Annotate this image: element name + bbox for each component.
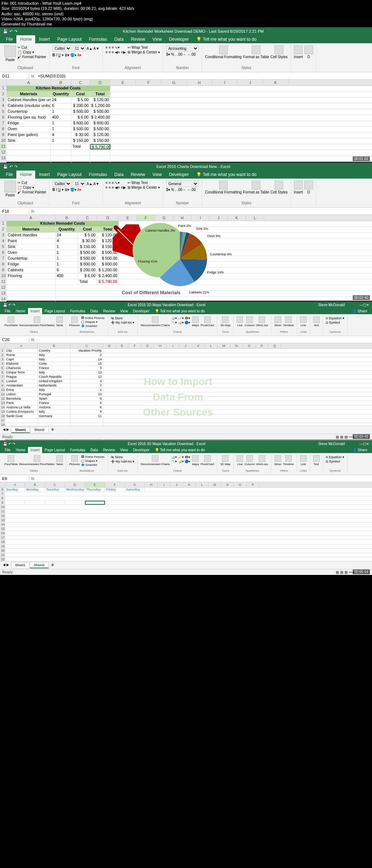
- tab-data[interactable]: Data: [111, 35, 127, 43]
- tab-developer[interactable]: Developer: [165, 35, 193, 43]
- tab-insert[interactable]: Insert: [35, 171, 53, 179]
- align-mid-icon[interactable]: ≡: [109, 45, 111, 49]
- number-format-select[interactable]: Accounting: [166, 45, 199, 52]
- pictures-button[interactable]: Pictures: [69, 316, 80, 327]
- align-top-icon[interactable]: ≡: [106, 45, 108, 49]
- currency-icon[interactable]: $▾: [166, 52, 170, 56]
- tab-page[interactable]: Page Layout: [53, 171, 85, 179]
- cond-format-button[interactable]: Conditional Formatting: [205, 45, 242, 59]
- tell-me[interactable]: 💡 Tell me what you want to do: [193, 171, 260, 179]
- close-icon[interactable]: ✕: [366, 303, 369, 307]
- delete-cells-button[interactable]: D: [304, 45, 313, 59]
- align-left-icon[interactable]: ≡: [106, 50, 108, 54]
- tab-view[interactable]: View: [149, 35, 166, 43]
- label-oven: Oven 9%: [207, 234, 221, 238]
- watermark-text: How to ImportData FromOther Sources: [124, 374, 232, 420]
- tab-review[interactable]: Review: [127, 35, 149, 43]
- maps-button[interactable]: Maps: [192, 316, 199, 327]
- tab-view[interactable]: View: [149, 171, 166, 179]
- tab-home[interactable]: Home: [16, 171, 35, 179]
- undo-icon[interactable]: ↶: [9, 29, 13, 34]
- table-row: 10Sink1$ 150.00$ 150.00: [0, 138, 372, 144]
- paste-button[interactable]: Paste: [4, 181, 16, 197]
- tab-file[interactable]: File: [2, 35, 16, 43]
- font-select[interactable]: Calibri: [52, 45, 72, 52]
- fx-icon[interactable]: fx: [29, 74, 37, 78]
- copy-button[interactable]: 📋Copy ▾: [17, 185, 46, 189]
- increase-font-icon[interactable]: A▲: [86, 47, 93, 51]
- maximize-icon[interactable]: ▢: [363, 303, 366, 307]
- inc-decimal-icon[interactable]: .00→: [177, 52, 186, 56]
- wrap-text-button[interactable]: ↩Wrap Text: [128, 45, 160, 49]
- indent-dec-icon[interactable]: ◀≡: [115, 50, 120, 54]
- name-box[interactable]: D11: [0, 73, 29, 79]
- redo-icon[interactable]: ↷: [14, 164, 17, 169]
- copy-button[interactable]: 📋Copy ▾: [17, 50, 46, 54]
- label-paint: Paint 2%: [178, 224, 191, 228]
- delete-icon: [304, 45, 313, 54]
- orientation-icon[interactable]: ⤡▾: [115, 45, 120, 49]
- format-table-button[interactable]: Format as Table: [243, 45, 269, 59]
- undo-icon[interactable]: ↶: [9, 164, 13, 169]
- minimize-icon[interactable]: —: [359, 303, 363, 307]
- name-box[interactable]: F18: [0, 208, 29, 214]
- tab-developer[interactable]: Developer: [165, 171, 193, 179]
- border-button[interactable]: ⊞▾: [65, 53, 69, 57]
- fill-color-button[interactable]: 🪣▾: [70, 53, 76, 57]
- tab-home[interactable]: Home: [16, 35, 35, 43]
- tell-me[interactable]: 💡 Tell me what you want to do: [193, 35, 260, 43]
- sheet-tab-2[interactable]: Sheet2: [30, 427, 49, 433]
- tab-file[interactable]: File: [2, 171, 16, 179]
- cut-button[interactable]: ✂Cut: [17, 45, 46, 49]
- indent-inc-icon[interactable]: ≡▶: [121, 50, 126, 54]
- formula-input[interactable]: =SUM(D3:D10): [37, 74, 372, 78]
- font-size[interactable]: 11: [73, 181, 86, 187]
- number-format-select[interactable]: General: [166, 181, 199, 187]
- excel-panel-4: 💾 ↶ ↷Excel 2016 3D Maps Vacation Downloa…: [0, 440, 372, 575]
- format-painter-button[interactable]: 🖌Format Painter: [17, 55, 46, 59]
- paste-icon: [4, 45, 16, 57]
- 3dmap-button[interactable]: 3D Map: [220, 316, 230, 327]
- tab-insert[interactable]: Insert: [35, 35, 53, 43]
- insert-icon: [294, 45, 303, 54]
- italic-button[interactable]: I: [56, 53, 57, 57]
- font-size[interactable]: 11: [73, 45, 86, 52]
- tab-page[interactable]: Page Layout: [53, 35, 85, 43]
- share-button[interactable]: 👤 Share: [350, 308, 370, 314]
- table-row: 6Flooring (per sq. foot)400$ 6.00$ 2,400…: [0, 115, 372, 121]
- cut-button[interactable]: ✂Cut: [17, 181, 46, 185]
- tab-formulas[interactable]: Formulas: [85, 35, 111, 43]
- merge-button[interactable]: ⊞Merge & Center ▾: [128, 50, 160, 54]
- tab-data[interactable]: Data: [111, 171, 127, 179]
- table-button[interactable]: Table: [56, 316, 63, 327]
- pivotchart-button[interactable]: PivotChart: [201, 316, 214, 327]
- save-icon[interactable]: 💾: [3, 164, 8, 169]
- insert-cells-button[interactable]: Insert: [294, 45, 303, 59]
- pivottable-button[interactable]: PivotTable: [4, 316, 18, 327]
- bold-button[interactable]: B: [52, 53, 55, 57]
- label-sink: Sink 2%: [196, 227, 208, 231]
- tab-formulas[interactable]: Formulas: [85, 171, 111, 179]
- align-right-icon[interactable]: ≡: [112, 50, 114, 54]
- format-painter-button[interactable]: 🖌Format Painter: [17, 190, 46, 194]
- rec-charts-button[interactable]: Recommended Charts: [141, 316, 170, 327]
- tab-review[interactable]: Review: [127, 171, 149, 179]
- dec-decimal-icon[interactable]: ←.00: [187, 52, 196, 56]
- rec-pivot-button[interactable]: Recommended PivotTables: [19, 316, 54, 327]
- align-bot-icon[interactable]: ≡: [112, 45, 114, 49]
- chart-title: Cost of Different Materials: [122, 290, 181, 295]
- redo-icon[interactable]: ↷: [14, 29, 17, 34]
- paste-button[interactable]: Paste: [4, 45, 16, 62]
- cell-styles-button[interactable]: Cell Styles: [271, 45, 288, 59]
- add-sheet-icon[interactable]: ⊕: [49, 427, 56, 433]
- underline-button[interactable]: U: [58, 53, 61, 57]
- excel-panel-3: 💾 ↶ ↷Excel 2016 3D Maps Vacation Downloa…: [0, 301, 372, 440]
- align-center-icon[interactable]: ≡: [109, 50, 111, 54]
- decrease-font-icon[interactable]: A▼: [93, 47, 100, 51]
- font-color-button[interactable]: A▾: [77, 53, 82, 57]
- percent-icon[interactable]: %: [171, 52, 174, 56]
- font-select[interactable]: Calibri: [52, 181, 72, 187]
- save-icon[interactable]: 💾: [3, 29, 8, 34]
- comma-icon[interactable]: ,: [175, 52, 177, 56]
- sheet-tab-1[interactable]: Sheet1: [11, 427, 30, 433]
